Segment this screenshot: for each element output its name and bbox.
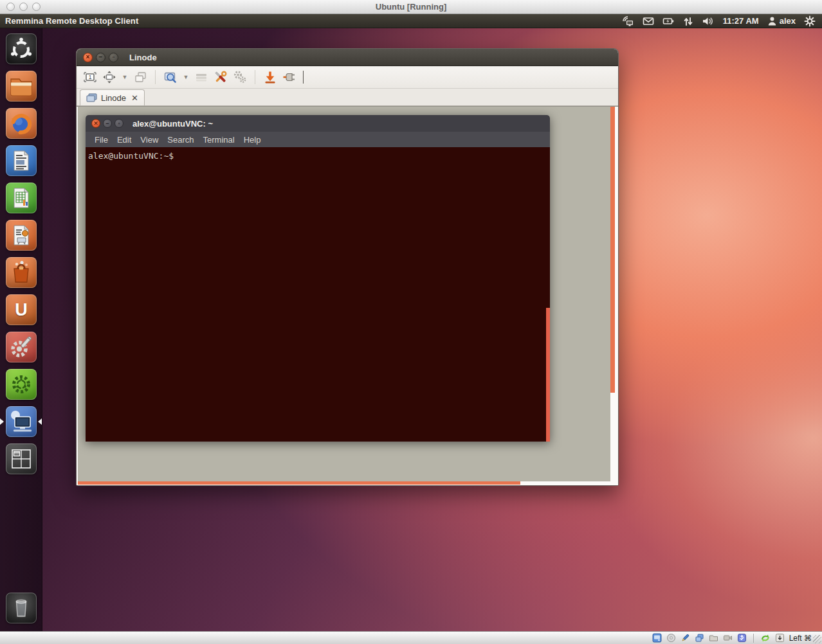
workspace-grid-icon [6, 444, 36, 474]
user-menu[interactable]: alex [767, 16, 796, 26]
cdrom-icon[interactable] [666, 633, 676, 643]
remmina-maximize-button[interactable]: ▫ [109, 53, 118, 62]
remmina-titlebar[interactable]: × − ▫ Linode [77, 49, 618, 66]
host-window-controls [6, 3, 41, 11]
network-activity-icon[interactable] [760, 633, 771, 643]
terminal-maximize-button[interactable]: ▫ [114, 119, 123, 128]
battery-icon[interactable] [662, 15, 675, 27]
vbox-statusbar: Left ⌘ [0, 631, 822, 644]
host-titlebar: Ubuntu [Running] [0, 0, 822, 14]
menu-file[interactable]: File [90, 135, 113, 145]
zoom-dropdown-icon[interactable]: ▼ [181, 69, 190, 85]
preferences-gears-icon[interactable] [232, 69, 248, 85]
terminal-minimize-button[interactable]: − [103, 119, 112, 128]
statusbar-separator [753, 634, 754, 643]
host-close-button[interactable] [6, 3, 15, 11]
menu-search[interactable]: Search [163, 135, 198, 145]
tab-close-icon[interactable]: ✕ [131, 93, 138, 103]
launcher-item-firefox[interactable] [6, 108, 37, 139]
usb-icon[interactable] [737, 633, 747, 643]
launcher-item-ubuntu-one[interactable]: U [6, 294, 37, 325]
user-icon [767, 16, 777, 26]
terminal-screen[interactable]: alex@ubuntuVNC:~$ [86, 147, 550, 442]
disconnect-icon[interactable] [281, 69, 298, 85]
ubuntu-dash-icon [6, 34, 36, 64]
remote-edge-artifact-right [610, 107, 615, 393]
scale-icon[interactable] [101, 69, 118, 85]
screenshot-icon[interactable] [262, 69, 279, 85]
launcher-item-libreoffice-calc[interactable] [6, 183, 37, 213]
updater-gear-ubuntu-icon [6, 370, 36, 399]
launcher-item-libreoffice-impress[interactable] [6, 220, 37, 251]
menu-view[interactable]: View [136, 135, 163, 145]
firefox-icon [6, 109, 36, 138]
active-app-title: Remmina Remote Desktop Client [5, 16, 138, 26]
autoresize-icon[interactable] [775, 633, 785, 643]
trash-icon [6, 593, 36, 623]
launcher-item-trash[interactable] [6, 593, 37, 623]
tab-label: Linode [101, 93, 126, 103]
volume-icon[interactable] [702, 15, 715, 27]
terminal-window-title: alex@ubuntuVNC: ~ [132, 119, 213, 129]
terminal-titlebar[interactable]: ✕ − ▫ alex@ubuntuVNC: ~ [86, 115, 550, 132]
remmina-minimize-button[interactable]: − [96, 53, 105, 62]
host-minimize-button[interactable] [19, 3, 28, 11]
software-center-bag-icon [6, 258, 36, 287]
scale-dropdown-icon[interactable]: ▼ [120, 69, 129, 85]
mail-icon[interactable] [643, 15, 654, 27]
tools-icon[interactable] [212, 69, 229, 85]
session-gear-icon[interactable] [804, 15, 816, 27]
launcher-item-system-settings[interactable] [6, 332, 37, 362]
menu-edit[interactable]: Edit [113, 135, 136, 145]
switch-window-icon[interactable] [132, 69, 149, 85]
harddisk-icon[interactable] [652, 633, 662, 643]
remmina-close-button[interactable]: × [83, 53, 93, 62]
video-capture-icon[interactable] [723, 633, 733, 643]
indicator-area: 11:27 AM alex [622, 15, 822, 27]
menu-terminal[interactable]: Terminal [199, 135, 239, 145]
remote-desktop-viewport[interactable]: ✕ − ▫ alex@ubuntuVNC: ~ File Edit View S… [77, 106, 618, 485]
host-window-title: Ubuntu [Running] [0, 2, 822, 12]
shared-windows-icon[interactable] [695, 633, 704, 643]
settings-gear-wrench-icon [6, 332, 36, 362]
shell-prompt: alex@ubuntuVNC:~$ [88, 151, 174, 161]
terminal-menubar: File Edit View Search Terminal Help [86, 132, 550, 147]
remote-host-desktop-wallpaper: U × − ▫ L [0, 28, 822, 631]
connection-tab-icon [86, 93, 97, 102]
toolbar-separator [155, 70, 156, 84]
network-icon[interactable] [622, 15, 634, 27]
unity-launcher: U [0, 28, 42, 631]
host-key-label: Left ⌘ [789, 634, 812, 643]
host-zoom-button[interactable] [32, 3, 41, 11]
clock[interactable]: 11:27 AM [723, 16, 759, 26]
virtualbox-host-window: Ubuntu [Running] Remmina Remote Desktop … [0, 0, 822, 644]
remmina-icon [6, 407, 36, 436]
toolbar-grip [303, 71, 304, 84]
remote-edge-artifact-bottom [78, 481, 520, 485]
pen-icon[interactable] [680, 633, 690, 643]
launcher-item-software-updater[interactable] [6, 369, 37, 400]
launcher-item-remmina[interactable] [6, 406, 37, 437]
tab-linode[interactable]: Linode ✕ [80, 89, 145, 105]
writer-document-icon [6, 146, 36, 175]
zoom-icon[interactable] [162, 69, 179, 85]
updown-arrows-icon[interactable] [683, 15, 693, 27]
launcher-item-libreoffice-writer[interactable] [6, 145, 37, 176]
remmina-toolbar: 1 ▼ ▼ [77, 66, 618, 89]
keyboard-icon[interactable] [193, 69, 210, 85]
launcher-item-software-center[interactable] [6, 257, 37, 288]
menu-help[interactable]: Help [239, 135, 266, 145]
remmina-window-title: Linode [129, 53, 157, 62]
fullscreen-icon[interactable]: 1 [82, 69, 98, 85]
running-indicator-arrow [0, 418, 4, 425]
folder-icon[interactable] [709, 633, 718, 643]
resize-grip[interactable] [813, 635, 821, 643]
impress-presentation-icon [6, 220, 36, 250]
launcher-item-dash[interactable] [6, 33, 37, 64]
launcher-item-home-folder[interactable] [6, 71, 37, 102]
terminal-window: ✕ − ▫ alex@ubuntuVNC: ~ File Edit View S… [86, 115, 550, 442]
remmina-window: × − ▫ Linode 1 ▼ ▼ [76, 48, 619, 486]
terminal-close-button[interactable]: ✕ [91, 119, 100, 128]
toolbar-separator [255, 70, 255, 84]
launcher-item-workspace-switcher[interactable] [6, 443, 37, 474]
